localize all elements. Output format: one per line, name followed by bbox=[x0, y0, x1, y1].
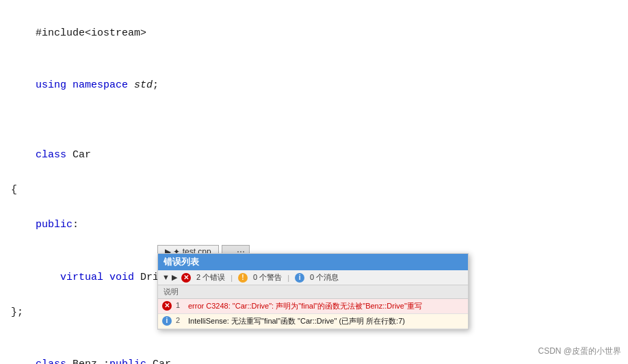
error-panel-title: 错误列表 bbox=[158, 254, 468, 270]
csdn-watermark: CSDN @皮蛋的小世界 bbox=[538, 346, 621, 357]
error-table-header: 说明 bbox=[158, 285, 468, 299]
code-line-6: public: bbox=[11, 199, 617, 252]
error-count-label: 2 个错误 bbox=[196, 272, 225, 283]
error-row-1-text: error C3248: "Car::Drive": 声明为"final"的函数… bbox=[188, 301, 422, 311]
warn-count-icon: ! bbox=[238, 273, 248, 283]
error-count-icon: ✕ bbox=[181, 273, 191, 283]
code-line-4: class Car bbox=[11, 129, 617, 182]
error-row-2-text: IntelliSense: 无法重写"final"函数 "Car::Drive"… bbox=[188, 316, 405, 326]
code-line-5: { bbox=[11, 181, 617, 199]
error-row-2: i 2 IntelliSense: 无法重写"final"函数 "Car::Dr… bbox=[158, 314, 468, 329]
error-row-1-icon: ✕ bbox=[162, 301, 172, 311]
code-line-2: using namespace std; bbox=[11, 60, 617, 112]
error-row-2-icon: i bbox=[162, 316, 172, 326]
error-panel: 错误列表 ▼ ▶ ✕ 2 个错误 | ! 0 个警告 | i 0 个消息 说明 … bbox=[157, 253, 469, 330]
warn-count-label: 0 个警告 bbox=[253, 272, 282, 283]
code-line-blank-1 bbox=[11, 112, 617, 129]
error-panel-toolbar[interactable]: ▼ ▶ ✕ 2 个错误 | ! 0 个警告 | i 0 个消息 bbox=[158, 270, 468, 285]
info-count-icon: i bbox=[295, 273, 304, 283]
code-line-10: class Benz :public Car bbox=[11, 339, 617, 365]
error-row-1: ✕ 1 error C3248: "Car::Drive": 声明为"final… bbox=[158, 299, 468, 314]
info-count-label: 0 个消息 bbox=[310, 272, 339, 283]
code-line-1: #include<iostream> bbox=[11, 7, 617, 60]
